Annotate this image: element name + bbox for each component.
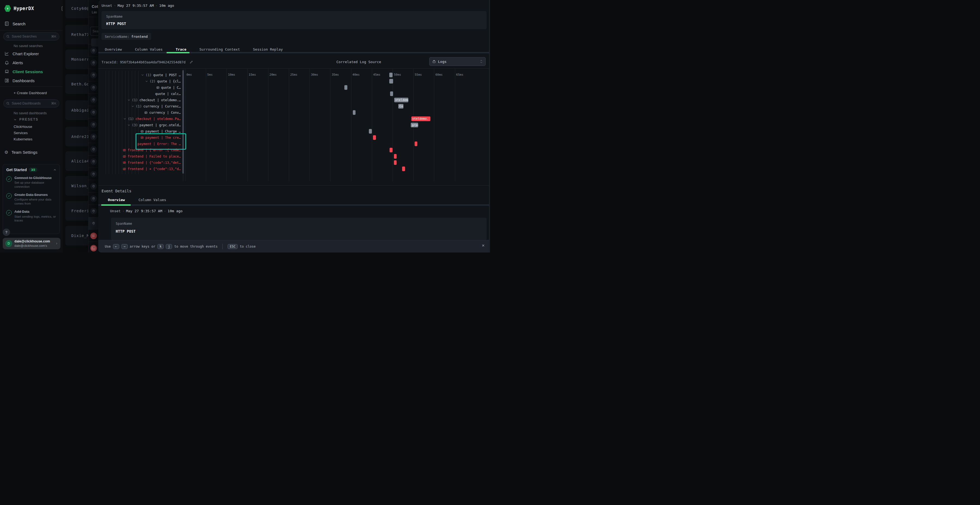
session-list-item[interactable]: Monserra [65, 49, 88, 69]
event-row[interactable] [89, 143, 99, 156]
tab-column-values[interactable]: Column Values [135, 48, 163, 51]
sidebar-item-client-sessions[interactable]: Client Sessions [0, 69, 71, 74]
event-row[interactable] [89, 81, 99, 94]
get-started-item[interactable]: Connect to ClickHouseSet up your databas… [6, 176, 56, 189]
session-list-item[interactable]: Wilson_H [65, 176, 88, 195]
event-row[interactable] [89, 156, 99, 168]
span-duration-bar[interactable]: oteldemo. [411, 116, 430, 121]
tree-scrollbar-thumb[interactable] [182, 70, 184, 173]
correlated-log-source-value: Logs [438, 60, 478, 64]
span-duration-bar[interactable] [389, 73, 393, 77]
tab-trace[interactable]: Trace [176, 48, 186, 51]
strip-search-input[interactable]: Sea [90, 27, 99, 36]
trace-tree-row[interactable]: (1)checkout | oteldemo.Pa… [102, 116, 181, 122]
trace-tree-row[interactable]: (1)quote | POST … [102, 72, 181, 78]
axis-tick-label: 35ms [332, 73, 339, 76]
span-duration-bar[interactable] [390, 148, 393, 152]
session-list-item[interactable]: Abbigail [65, 100, 88, 120]
span-duration-bar[interactable] [373, 135, 376, 140]
session-list-item[interactable]: Retha77@ [65, 25, 88, 44]
session-list-item[interactable]: Andre21@ [65, 127, 88, 146]
event-row[interactable] [89, 217, 99, 230]
sidebar-preset-clickhouse[interactable]: ClickHouse [14, 125, 32, 129]
session-list-item[interactable]: Coty60@g [65, 0, 88, 18]
trace-tree-row[interactable]: (1)currency | Currenc… [102, 103, 181, 110]
trace-tree-row[interactable]: frontend | {"code":13,"det… [102, 159, 181, 166]
event-row[interactable] [89, 56, 99, 69]
log-icon [156, 86, 159, 89]
edit-pencil-icon[interactable] [189, 60, 193, 64]
sidebar-item-dashboards[interactable]: Dashboards [0, 78, 71, 83]
span-duration-bar[interactable] [390, 91, 393, 96]
session-list-item[interactable]: Dixie_Mc [65, 226, 88, 245]
sidebar-item-search[interactable]: Search [0, 21, 71, 26]
span-duration-bar[interactable]: Co [398, 104, 403, 108]
chevron-down-icon[interactable] [127, 98, 130, 102]
presets-toggle[interactable]: PRESETS [14, 118, 57, 121]
trace-tree-row[interactable]: (1)checkout | oteldemo.… [102, 97, 181, 103]
event-row[interactable] [89, 106, 99, 118]
span-duration-bar[interactable]: grpc [411, 123, 418, 127]
session-list-item[interactable]: Frederic [65, 201, 88, 221]
span-duration-bar[interactable] [394, 160, 397, 165]
trace-tree-row[interactable]: currency | Conv… [102, 110, 181, 116]
axis-tick-label: 10ms [228, 73, 235, 76]
correlated-log-source-select[interactable]: Logs [429, 57, 486, 66]
service-chip[interactable]: ServiceName: frontend [102, 33, 151, 40]
tab-overview[interactable]: Overview [105, 48, 122, 51]
close-icon[interactable]: ✕ [482, 243, 485, 248]
event-row[interactable] [89, 118, 99, 130]
get-started-header[interactable]: Get Started 3/3 [6, 168, 56, 172]
location-pin-icon [91, 158, 97, 165]
event-row[interactable] [89, 69, 99, 81]
trace-tree-row[interactable]: (2)quote | {cl… [102, 78, 181, 84]
span-duration-bar[interactable] [353, 110, 356, 115]
trace-tree-row[interactable]: quote | C… [102, 84, 181, 91]
event-row[interactable] [89, 94, 99, 106]
user-menu[interactable]: D dale@clickhouse.com dale@clickhouse.co… [3, 238, 60, 249]
chevron-down-icon[interactable] [131, 105, 134, 108]
tab-surrounding-context[interactable]: Surrounding Context [200, 48, 240, 51]
event-details-tab-column-values[interactable]: Column Values [138, 198, 166, 202]
event-details-tab-overview[interactable]: Overview [108, 198, 125, 202]
trace-tree-row[interactable]: quote | calc… [102, 91, 181, 97]
get-started-item[interactable]: Add DataStart sending logs, metrics, or … [6, 210, 56, 222]
span-duration-bar[interactable] [402, 167, 405, 171]
span-duration-bar[interactable] [389, 79, 393, 84]
span-duration-bar[interactable] [415, 141, 418, 146]
sidebar-item-alerts[interactable]: Alerts [0, 60, 71, 65]
span-duration-bar[interactable]: oteldemo. [394, 98, 408, 102]
event-row[interactable] [89, 130, 99, 143]
sidebar-preset-services[interactable]: Services [14, 131, 28, 135]
help-button[interactable]: ? [3, 229, 10, 236]
event-row-error[interactable] [89, 229, 99, 242]
span-duration-bar[interactable] [369, 129, 372, 133]
sidebar-item-team-settings[interactable]: ⚙ Team Settings [0, 150, 71, 155]
trace-tree-row[interactable]: (3)payment | grpc.oteld… [102, 122, 181, 128]
tab-session-replay[interactable]: Session Replay [253, 48, 283, 51]
event-row-error[interactable] [89, 241, 99, 252]
session-list-item[interactable]: Beth.Gol [65, 74, 88, 94]
event-row[interactable] [89, 168, 99, 180]
sidebar-item-chart-explorer[interactable]: Chart Explorer [0, 51, 71, 56]
saved-dashboards-input[interactable]: Saved Dashboards ⌘K [3, 99, 59, 108]
saved-searches-input[interactable]: Saved Searches ⌘K [3, 32, 59, 41]
chevron-down-icon[interactable] [141, 73, 144, 76]
event-row[interactable] [89, 192, 99, 205]
trace-tree-row[interactable]: frontend | × {"code":13,"d… [102, 166, 181, 172]
event-row[interactable] [89, 180, 99, 192]
sidebar-preset-kubernetes[interactable]: Kubernetes [14, 137, 32, 141]
span-duration-bar[interactable] [394, 154, 397, 159]
chevron-down-icon[interactable] [123, 117, 126, 120]
chevron-down-icon[interactable] [145, 80, 148, 83]
chevron-down-icon[interactable] [127, 124, 130, 127]
get-started-item[interactable]: Create Data SourcesConfigure where your … [6, 193, 56, 206]
span-duration-bar[interactable] [344, 85, 347, 90]
event-row[interactable] [89, 44, 99, 57]
panel-scrollbar[interactable] [489, 0, 490, 252]
event-row[interactable] [89, 205, 99, 217]
session-list-item[interactable]: Alicia42 [65, 151, 88, 171]
trace-tree-row[interactable]: frontend | Failed to place… [102, 153, 181, 159]
create-dashboard-button[interactable]: + Create Dashboard [14, 91, 47, 95]
no-saved-searches-text: No saved searches [14, 44, 43, 48]
